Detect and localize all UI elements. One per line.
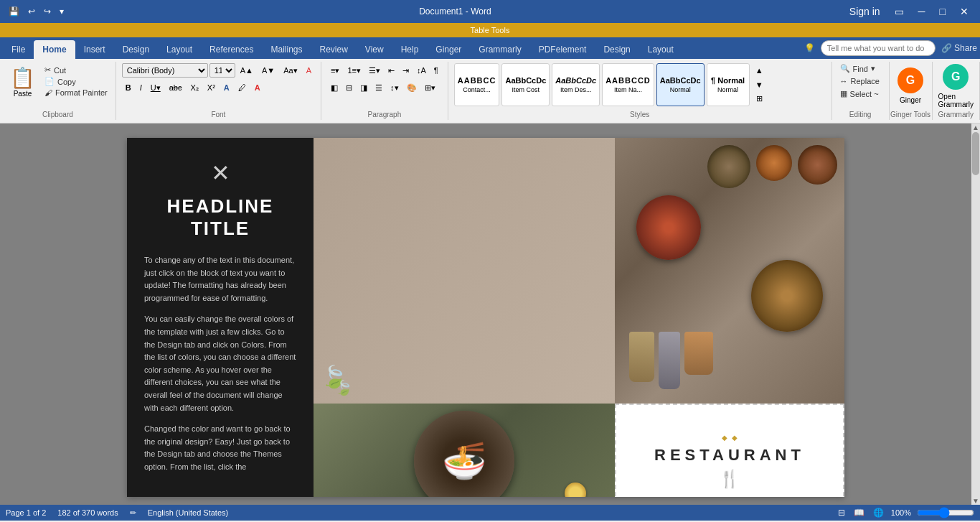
superscript-button[interactable]: X² bbox=[204, 80, 219, 95]
multilevel-button[interactable]: ☰▾ bbox=[365, 63, 384, 78]
lightbulb-icon[interactable]: 💡 bbox=[804, 43, 815, 53]
style-normal2[interactable]: ¶ Normal Normal bbox=[707, 63, 750, 106]
clear-format-button[interactable]: A bbox=[303, 63, 315, 78]
style-itemcost[interactable]: AaBbCcDc Item Cost bbox=[501, 63, 550, 106]
sign-in-button[interactable]: Sign in bbox=[844, 3, 886, 20]
restore-button[interactable]: □ bbox=[934, 3, 951, 20]
justify-button[interactable]: ☰ bbox=[372, 80, 386, 95]
line-spacing-button[interactable]: ↕▾ bbox=[387, 80, 402, 95]
select-icon: ▦ bbox=[840, 89, 847, 98]
styles-scroll-down[interactable]: ▼ bbox=[752, 78, 767, 92]
font-size-select[interactable]: 11 bbox=[209, 63, 235, 78]
ribbon-toggle-button[interactable]: ▭ bbox=[889, 3, 910, 20]
italic-button[interactable]: I bbox=[136, 80, 146, 95]
text-effects-button[interactable]: A bbox=[220, 80, 233, 95]
style-itemname[interactable]: AABBCCD Item Na... bbox=[602, 63, 654, 106]
tab-design[interactable]: Design bbox=[114, 40, 158, 59]
vertical-scrollbar[interactable]: ▲ ▼ bbox=[971, 123, 980, 505]
tab-home[interactable]: Home bbox=[34, 40, 75, 59]
center-bottom: 🍜 bbox=[314, 404, 615, 497]
zoom-slider[interactable] bbox=[917, 508, 974, 517]
select-button[interactable]: ▦ Select ~ bbox=[838, 88, 881, 99]
find-icon: 🔍 bbox=[840, 64, 850, 73]
web-layout-button[interactable]: 🌐 bbox=[872, 506, 885, 519]
sort-button[interactable]: ↕A bbox=[413, 63, 430, 78]
font-color-button[interactable]: A bbox=[251, 80, 264, 95]
numbering-button[interactable]: 1≡▾ bbox=[344, 63, 364, 78]
edit-mode-icon: ✏ bbox=[130, 508, 136, 518]
bowl-2 bbox=[756, 145, 792, 181]
replace-button[interactable]: ↔ Replace bbox=[838, 76, 882, 86]
increase-font-button[interactable]: A▲ bbox=[237, 63, 257, 78]
tab-file[interactable]: File bbox=[3, 40, 34, 59]
tab-insert[interactable]: Insert bbox=[75, 40, 114, 59]
ginger-icon: G bbox=[897, 67, 923, 93]
underline-button[interactable]: U▾ bbox=[147, 80, 164, 95]
styles-more[interactable]: ⊞ bbox=[752, 92, 767, 106]
align-buttons-row: ◧ ⊟ ◨ ☰ ↕▾ 🎨 ⊞▾ bbox=[327, 80, 439, 95]
font-name-select[interactable]: Calibri (Body) bbox=[122, 63, 208, 78]
bold-button[interactable]: B bbox=[122, 80, 135, 95]
tab-design2[interactable]: Design bbox=[595, 40, 639, 59]
tab-references[interactable]: References bbox=[201, 40, 262, 59]
tab-grammarly[interactable]: Grammarly bbox=[470, 40, 529, 59]
close-button[interactable]: ✕ bbox=[954, 3, 974, 20]
find-button[interactable]: 🔍 Find ▾ bbox=[838, 63, 877, 74]
redo-button[interactable]: ↪ bbox=[41, 5, 54, 18]
align-center-button[interactable]: ⊟ bbox=[342, 80, 356, 95]
bullets-button[interactable]: ≡▾ bbox=[327, 63, 343, 78]
scroll-thumb[interactable] bbox=[972, 132, 979, 175]
left-panel-body: To change any of the text in this docume… bbox=[144, 254, 296, 483]
share-button[interactable]: 🔗 Share bbox=[941, 43, 977, 53]
tab-view[interactable]: View bbox=[357, 40, 392, 59]
tab-pdfelement[interactable]: PDFelement bbox=[530, 40, 595, 59]
tab-layout[interactable]: Layout bbox=[158, 40, 201, 59]
tell-me-input[interactable] bbox=[821, 40, 936, 56]
strikethrough-button[interactable]: abc bbox=[166, 80, 186, 95]
subscript-button[interactable]: X₂ bbox=[187, 80, 202, 95]
cut-button[interactable]: ✂ Cut bbox=[42, 65, 110, 75]
paste-button[interactable]: 📋 Paste bbox=[6, 65, 39, 99]
paste-icon: 📋 bbox=[10, 66, 35, 90]
decrease-indent-button[interactable]: ⇤ bbox=[385, 63, 398, 78]
increase-indent-button[interactable]: ⇥ bbox=[399, 63, 413, 78]
print-layout-button[interactable]: ⊟ bbox=[837, 506, 847, 519]
undo-button[interactable]: ↩ bbox=[25, 5, 38, 18]
tab-mailings[interactable]: Mailings bbox=[262, 40, 311, 59]
format-painter-button[interactable]: 🖌 Format Painter bbox=[42, 88, 110, 98]
body-para-3: Changed the color and want to go back to… bbox=[144, 423, 296, 473]
style-normal[interactable]: AaBbCcDc Normal bbox=[656, 63, 705, 106]
tab-ginger[interactable]: Ginger bbox=[427, 40, 470, 59]
style-itemdes[interactable]: AaBbCcDc Item Des... bbox=[552, 63, 600, 106]
align-right-button[interactable]: ◨ bbox=[357, 80, 371, 95]
tab-layout2[interactable]: Layout bbox=[639, 40, 682, 59]
show-formatting-button[interactable]: ¶ bbox=[430, 63, 442, 78]
style-contact[interactable]: AABBCC Contact... bbox=[454, 63, 500, 106]
quick-access-toolbar: 💾 ↩ ↪ ▾ bbox=[6, 5, 67, 18]
customize-qa-button[interactable]: ▾ bbox=[57, 5, 67, 18]
page-indicator: Page 1 of 2 bbox=[6, 508, 46, 518]
highlight-button[interactable]: 🖊 bbox=[235, 80, 250, 95]
list-buttons-row: ≡▾ 1≡▾ ☰▾ ⇤ ⇥ ↕A ¶ bbox=[327, 63, 442, 78]
save-button[interactable]: 💾 bbox=[6, 5, 22, 18]
change-case-button[interactable]: Aa▾ bbox=[280, 63, 301, 78]
align-left-button[interactable]: ◧ bbox=[327, 80, 341, 95]
left-panel: ✕ HEADLINE TITLE To change any of the te… bbox=[127, 138, 314, 497]
headline-title: HEADLINE TITLE bbox=[144, 195, 296, 240]
jar-1 bbox=[629, 332, 654, 382]
tab-review[interactable]: Review bbox=[311, 40, 356, 59]
read-mode-button[interactable]: 📖 bbox=[852, 506, 866, 519]
borders-button[interactable]: ⊞▾ bbox=[421, 80, 439, 95]
styles-scroll-up[interactable]: ▲ bbox=[752, 63, 767, 78]
document-container[interactable]: ✕ HEADLINE TITLE To change any of the te… bbox=[0, 123, 971, 505]
tab-help[interactable]: Help bbox=[392, 40, 428, 59]
scroll-down-button[interactable]: ▼ bbox=[971, 497, 980, 505]
jar-2 bbox=[659, 332, 680, 389]
minimize-button[interactable]: ─ bbox=[913, 3, 931, 20]
decrease-font-button[interactable]: A▼ bbox=[258, 63, 278, 78]
shading-button[interactable]: 🎨 bbox=[403, 80, 420, 95]
scroll-up-button[interactable]: ▲ bbox=[971, 123, 980, 131]
ribbon-toolbar: 📋 Paste ✂ Cut 📄 Copy 🖌 Format Painter Cl… bbox=[0, 59, 980, 123]
right-top bbox=[615, 138, 844, 404]
copy-button[interactable]: 📄 Copy bbox=[42, 76, 110, 87]
